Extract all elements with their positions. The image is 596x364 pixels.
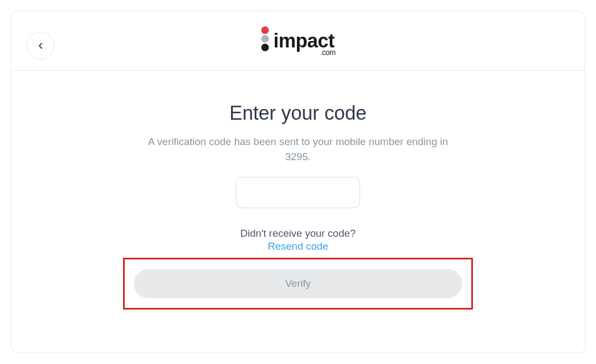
header: impact .com [11,11,585,71]
resend-section: Didn't receive your code? Resend code [11,228,585,252]
page-title: Enter your code [11,102,585,125]
content: Enter your code A verification code has … [11,71,585,310]
code-input[interactable] [236,177,360,208]
verify-button[interactable]: Verify [134,269,462,298]
resend-question: Didn't receive your code? [11,228,585,239]
logo: impact .com [261,31,334,51]
page-subtitle: A verification code has been sent to you… [147,134,449,164]
logo-text: impact .com [273,31,334,51]
chevron-left-icon [36,41,45,51]
logo-suffix: .com [320,49,335,56]
verification-card: impact .com Enter your code A verificati… [11,11,585,353]
back-button[interactable] [26,32,55,60]
resend-link[interactable]: Resend code [268,241,328,252]
logo-dots-icon [261,26,269,51]
highlight-annotation: Verify [123,258,473,310]
